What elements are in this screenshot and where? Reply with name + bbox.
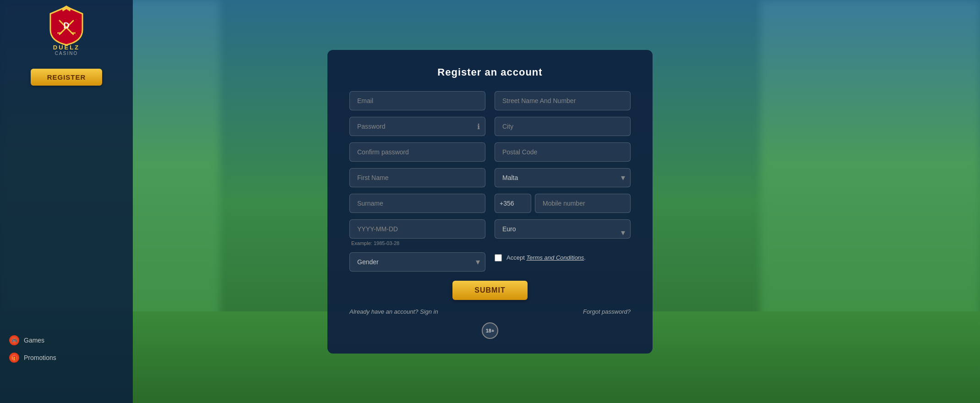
age-badge: 18+	[482, 322, 498, 339]
duelz-logo: D	[48, 5, 85, 46]
first-name-field-wrapper	[349, 168, 485, 187]
sidebar-nav: 🎮 Games 🎁 Promotions	[0, 332, 133, 366]
phone-code-input[interactable]	[495, 194, 531, 213]
sidebar: D DUELZ CASINO Register 🎮 Games 🎁 Promot…	[0, 0, 133, 403]
postal-code-field-wrapper	[495, 142, 631, 162]
surname-field-wrapper	[349, 194, 485, 213]
submit-button[interactable]: Submit	[452, 281, 527, 300]
mobile-number-input[interactable]	[535, 194, 631, 213]
city-field-wrapper	[495, 117, 631, 136]
password-field-wrapper: ℹ	[349, 117, 485, 136]
brand-subtitle: CASINO	[55, 51, 78, 56]
city-input[interactable]	[495, 117, 631, 136]
forgot-password-link[interactable]: Forgot password?	[583, 308, 631, 315]
age-badge-area: 18+	[349, 322, 631, 339]
email-field-wrapper	[349, 91, 485, 110]
password-input[interactable]	[349, 117, 485, 136]
phone-field-wrapper	[495, 194, 631, 213]
promotions-icon: 🎁	[9, 353, 19, 363]
terms-text: Accept Terms and Conditions.	[506, 254, 586, 261]
sidebar-games-label: Games	[24, 337, 44, 344]
confirm-password-input[interactable]	[349, 142, 485, 162]
street-input[interactable]	[495, 91, 631, 110]
country-field-wrapper: Malta United Kingdom Germany France Spai…	[495, 168, 631, 187]
sidebar-item-games[interactable]: 🎮 Games	[9, 332, 124, 349]
sign-in-link[interactable]: Sign in	[420, 308, 438, 315]
modal-title: Register an account	[349, 66, 631, 78]
password-info-icon[interactable]: ℹ	[477, 122, 480, 131]
phone-row	[495, 194, 631, 213]
sidebar-item-promotions[interactable]: 🎁 Promotions	[9, 349, 124, 366]
gender-select[interactable]: Gender Male Female Other	[349, 252, 485, 272]
submit-row: Submit	[349, 281, 631, 300]
svg-text:D: D	[64, 21, 70, 30]
gender-field-wrapper: Gender Male Female Other ▾	[349, 252, 485, 272]
terms-link[interactable]: Terms and Conditions	[526, 254, 584, 261]
dob-hint: Example: 1985-03-28	[349, 240, 485, 246]
already-account-text: Already have an account? Sign in	[349, 308, 438, 315]
footer-links: Already have an account? Sign in Forgot …	[349, 308, 631, 315]
terms-row: Accept Terms and Conditions.	[495, 254, 631, 261]
terms-field-wrapper: Accept Terms and Conditions.	[495, 252, 631, 272]
country-select[interactable]: Malta United Kingdom Germany France Spai…	[495, 168, 631, 187]
sidebar-promotions-label: Promotions	[24, 354, 56, 361]
registration-form: ℹ Malta United Kingdom	[349, 91, 631, 272]
surname-input[interactable]	[349, 194, 485, 213]
sidebar-register-button[interactable]: Register	[31, 69, 103, 86]
confirm-password-field-wrapper	[349, 142, 485, 162]
dob-field-wrapper: Example: 1985-03-28	[349, 219, 485, 246]
email-input[interactable]	[349, 91, 485, 110]
logo-area: D DUELZ CASINO	[48, 5, 85, 56]
street-field-wrapper	[495, 91, 631, 110]
currency-field-wrapper: Euro USD GBP SEK ▾	[495, 219, 631, 246]
gamepad-icon: 🎮	[9, 335, 19, 345]
terms-checkbox[interactable]	[495, 254, 502, 261]
dob-input[interactable]	[349, 219, 485, 239]
first-name-input[interactable]	[349, 168, 485, 187]
brand-name: DUELZ	[53, 44, 80, 51]
postal-code-input[interactable]	[495, 142, 631, 162]
modal-overlay: Register an account ℹ	[220, 0, 760, 403]
currency-select[interactable]: Euro USD GBP SEK	[495, 219, 631, 239]
register-modal: Register an account ℹ	[327, 50, 653, 354]
